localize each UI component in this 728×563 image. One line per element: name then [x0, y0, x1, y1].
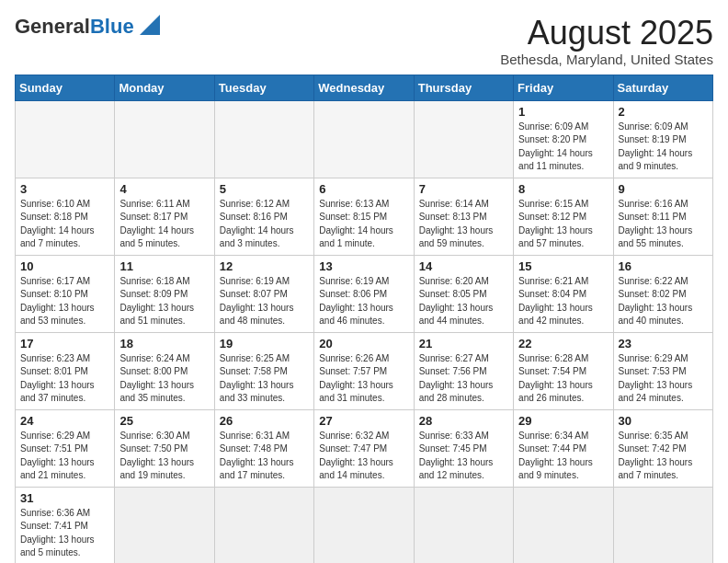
- calendar-cell: 11Sunrise: 6:18 AM Sunset: 8:09 PM Dayli…: [115, 255, 214, 332]
- logo-general: General: [15, 15, 90, 38]
- weekday-header-monday: Monday: [115, 75, 214, 100]
- calendar-cell: 21Sunrise: 6:27 AM Sunset: 7:56 PM Dayli…: [414, 332, 513, 409]
- week-row-4: 24Sunrise: 6:29 AM Sunset: 7:51 PM Dayli…: [16, 409, 713, 487]
- day-info: Sunrise: 6:09 AM Sunset: 8:19 PM Dayligh…: [619, 121, 708, 174]
- logo-text: GeneralBlue: [15, 17, 134, 37]
- day-number: 28: [419, 414, 508, 428]
- day-number: 31: [20, 491, 109, 505]
- day-number: 21: [419, 337, 508, 350]
- month-year: August 2025: [500, 15, 713, 52]
- week-row-0: 1Sunrise: 6:09 AM Sunset: 8:20 PM Daylig…: [16, 100, 713, 178]
- calendar-cell: 19Sunrise: 6:25 AM Sunset: 7:58 PM Dayli…: [214, 332, 313, 409]
- calendar-cell: 22Sunrise: 6:28 AM Sunset: 7:54 PM Dayli…: [514, 332, 613, 409]
- week-row-3: 17Sunrise: 6:23 AM Sunset: 8:01 PM Dayli…: [16, 332, 713, 409]
- calendar-cell: 16Sunrise: 6:22 AM Sunset: 8:02 PM Dayli…: [613, 255, 712, 332]
- week-row-5: 31Sunrise: 6:36 AM Sunset: 7:41 PM Dayli…: [16, 487, 713, 563]
- day-number: 13: [319, 259, 408, 273]
- day-number: 22: [518, 337, 608, 350]
- day-info: Sunrise: 6:34 AM Sunset: 7:44 PM Dayligh…: [518, 430, 608, 483]
- logo-blue: Blue: [90, 15, 134, 38]
- calendar-cell: 12Sunrise: 6:19 AM Sunset: 8:07 PM Dayli…: [214, 255, 313, 332]
- calendar-cell: 10Sunrise: 6:17 AM Sunset: 8:10 PM Dayli…: [16, 255, 115, 332]
- weekday-header-wednesday: Wednesday: [314, 75, 414, 100]
- calendar-cell: 5Sunrise: 6:12 AM Sunset: 8:16 PM Daylig…: [214, 178, 313, 255]
- calendar-cell: 3Sunrise: 6:10 AM Sunset: 8:18 PM Daylig…: [16, 178, 115, 255]
- day-info: Sunrise: 6:26 AM Sunset: 7:57 PM Dayligh…: [319, 352, 408, 406]
- day-info: Sunrise: 6:33 AM Sunset: 7:45 PM Dayligh…: [419, 430, 508, 483]
- day-info: Sunrise: 6:28 AM Sunset: 7:54 PM Dayligh…: [518, 352, 608, 406]
- day-info: Sunrise: 6:24 AM Sunset: 8:00 PM Dayligh…: [119, 352, 209, 406]
- day-number: 9: [619, 182, 708, 196]
- svg-marker-0: [140, 15, 160, 35]
- day-info: Sunrise: 6:36 AM Sunset: 7:41 PM Dayligh…: [20, 507, 109, 560]
- day-number: 20: [319, 337, 408, 350]
- calendar-cell: 6Sunrise: 6:13 AM Sunset: 8:15 PM Daylig…: [314, 178, 414, 255]
- logo-icon: [140, 15, 160, 35]
- day-number: 23: [619, 337, 708, 350]
- day-info: Sunrise: 6:27 AM Sunset: 7:56 PM Dayligh…: [419, 352, 508, 406]
- day-number: 12: [220, 259, 309, 273]
- logo: GeneralBlue: [15, 15, 160, 37]
- calendar-cell: [115, 100, 214, 178]
- day-info: Sunrise: 6:16 AM Sunset: 8:11 PM Dayligh…: [619, 198, 708, 251]
- weekday-header-row: SundayMondayTuesdayWednesdayThursdayFrid…: [16, 75, 713, 100]
- day-info: Sunrise: 6:31 AM Sunset: 7:48 PM Dayligh…: [220, 430, 309, 483]
- calendar-table: SundayMondayTuesdayWednesdayThursdayFrid…: [15, 75, 713, 563]
- calendar-cell: 27Sunrise: 6:32 AM Sunset: 7:47 PM Dayli…: [314, 409, 414, 487]
- day-info: Sunrise: 6:23 AM Sunset: 8:01 PM Dayligh…: [20, 352, 109, 406]
- calendar-cell: [314, 487, 414, 563]
- day-info: Sunrise: 6:29 AM Sunset: 7:51 PM Dayligh…: [20, 430, 109, 483]
- day-info: Sunrise: 6:14 AM Sunset: 8:13 PM Dayligh…: [419, 198, 508, 251]
- day-number: 26: [220, 414, 309, 428]
- calendar-cell: 17Sunrise: 6:23 AM Sunset: 8:01 PM Dayli…: [16, 332, 115, 409]
- calendar-cell: [414, 487, 513, 563]
- weekday-header-saturday: Saturday: [613, 75, 712, 100]
- day-info: Sunrise: 6:10 AM Sunset: 8:18 PM Dayligh…: [20, 198, 109, 251]
- day-info: Sunrise: 6:15 AM Sunset: 8:12 PM Dayligh…: [518, 198, 608, 251]
- calendar-cell: 7Sunrise: 6:14 AM Sunset: 8:13 PM Daylig…: [414, 178, 513, 255]
- day-number: 19: [220, 337, 309, 350]
- day-info: Sunrise: 6:22 AM Sunset: 8:02 PM Dayligh…: [619, 275, 708, 328]
- day-number: 3: [20, 182, 109, 196]
- day-info: Sunrise: 6:19 AM Sunset: 8:07 PM Dayligh…: [220, 275, 309, 328]
- calendar-cell: 18Sunrise: 6:24 AM Sunset: 8:00 PM Dayli…: [115, 332, 214, 409]
- day-info: Sunrise: 6:30 AM Sunset: 7:50 PM Dayligh…: [119, 430, 209, 483]
- calendar-cell: 15Sunrise: 6:21 AM Sunset: 8:04 PM Dayli…: [514, 255, 613, 332]
- calendar-cell: 2Sunrise: 6:09 AM Sunset: 8:19 PM Daylig…: [613, 100, 712, 178]
- calendar-cell: 20Sunrise: 6:26 AM Sunset: 7:57 PM Dayli…: [314, 332, 414, 409]
- calendar-cell: [115, 487, 214, 563]
- day-info: Sunrise: 6:19 AM Sunset: 8:06 PM Dayligh…: [319, 275, 408, 328]
- calendar-cell: 13Sunrise: 6:19 AM Sunset: 8:06 PM Dayli…: [314, 255, 414, 332]
- calendar-cell: [414, 100, 513, 178]
- calendar-cell: [314, 100, 414, 178]
- day-number: 18: [119, 337, 209, 350]
- calendar-cell: [214, 100, 313, 178]
- day-info: Sunrise: 6:09 AM Sunset: 8:20 PM Dayligh…: [518, 121, 608, 174]
- calendar-cell: 30Sunrise: 6:35 AM Sunset: 7:42 PM Dayli…: [613, 409, 712, 487]
- day-info: Sunrise: 6:32 AM Sunset: 7:47 PM Dayligh…: [319, 430, 408, 483]
- calendar-cell: 14Sunrise: 6:20 AM Sunset: 8:05 PM Dayli…: [414, 255, 513, 332]
- calendar-cell: 24Sunrise: 6:29 AM Sunset: 7:51 PM Dayli…: [16, 409, 115, 487]
- day-number: 6: [319, 182, 408, 196]
- calendar-cell: 29Sunrise: 6:34 AM Sunset: 7:44 PM Dayli…: [514, 409, 613, 487]
- calendar-cell: [514, 487, 613, 563]
- weekday-header-sunday: Sunday: [16, 75, 115, 100]
- day-number: 16: [619, 259, 708, 273]
- calendar-cell: 23Sunrise: 6:29 AM Sunset: 7:53 PM Dayli…: [613, 332, 712, 409]
- day-number: 2: [619, 105, 708, 119]
- calendar-cell: 9Sunrise: 6:16 AM Sunset: 8:11 PM Daylig…: [613, 178, 712, 255]
- day-number: 30: [619, 414, 708, 428]
- day-number: 14: [419, 259, 508, 273]
- day-info: Sunrise: 6:12 AM Sunset: 8:16 PM Dayligh…: [220, 198, 309, 251]
- week-row-1: 3Sunrise: 6:10 AM Sunset: 8:18 PM Daylig…: [16, 178, 713, 255]
- calendar-cell: 26Sunrise: 6:31 AM Sunset: 7:48 PM Dayli…: [214, 409, 313, 487]
- day-number: 5: [220, 182, 309, 196]
- day-number: 17: [20, 337, 109, 350]
- day-info: Sunrise: 6:29 AM Sunset: 7:53 PM Dayligh…: [619, 352, 708, 406]
- calendar-cell: 25Sunrise: 6:30 AM Sunset: 7:50 PM Dayli…: [115, 409, 214, 487]
- week-row-2: 10Sunrise: 6:17 AM Sunset: 8:10 PM Dayli…: [16, 255, 713, 332]
- calendar-cell: 8Sunrise: 6:15 AM Sunset: 8:12 PM Daylig…: [514, 178, 613, 255]
- calendar-cell: 31Sunrise: 6:36 AM Sunset: 7:41 PM Dayli…: [16, 487, 115, 563]
- calendar-cell: 1Sunrise: 6:09 AM Sunset: 8:20 PM Daylig…: [514, 100, 613, 178]
- title-section: August 2025 Bethesda, Maryland, United S…: [500, 15, 713, 67]
